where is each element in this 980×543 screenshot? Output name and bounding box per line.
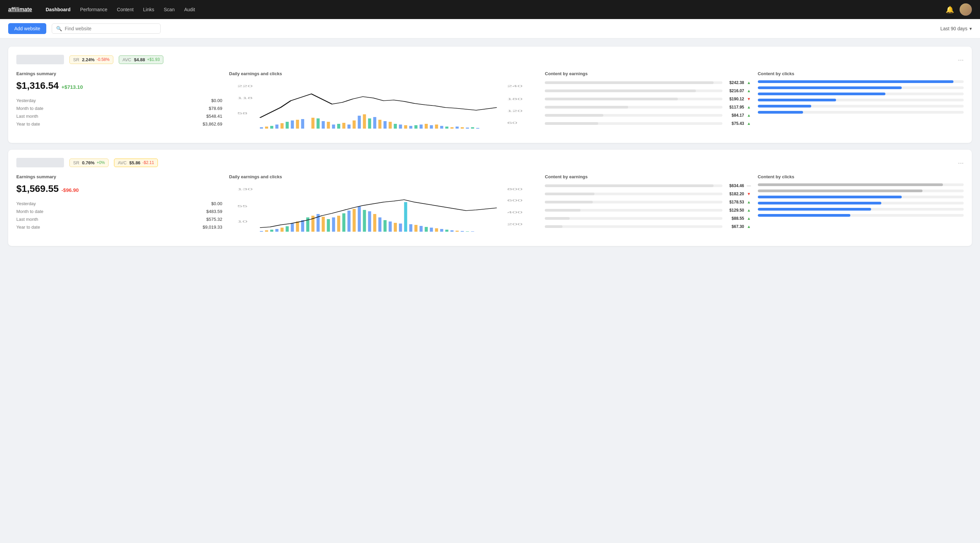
- svg-text:200: 200: [508, 222, 523, 226]
- svg-rect-46: [466, 128, 469, 129]
- card-1: SR 2.24% -0.58% AVC $4.88 +$1.93 ··· Ear…: [8, 47, 972, 143]
- svg-rect-79: [379, 218, 382, 232]
- nav-link-dashboard[interactable]: Dashboard: [46, 7, 70, 12]
- earnings-row: Year to date$9,019.33: [16, 225, 222, 230]
- svg-rect-62: [291, 224, 294, 232]
- chart-svg-2: 130 55 10 800 600 400 200: [229, 183, 538, 238]
- svg-rect-60: [281, 228, 284, 232]
- arrow-down-icon: ▼: [747, 97, 751, 102]
- svg-rect-37: [420, 124, 423, 129]
- date-filter[interactable]: Last 90 days ▾: [940, 26, 972, 31]
- svg-text:60: 60: [508, 121, 517, 124]
- svg-rect-82: [394, 223, 397, 232]
- svg-rect-90: [435, 228, 438, 232]
- svg-rect-95: [461, 231, 464, 232]
- content-click-row: [758, 214, 964, 217]
- svg-rect-96: [466, 231, 469, 232]
- svg-rect-68: [322, 217, 325, 232]
- content-click-row: [758, 105, 964, 108]
- earnings-row: Month to date$78.69: [16, 106, 222, 111]
- svg-rect-10: [275, 124, 279, 129]
- nav-link-audit[interactable]: Audit: [184, 7, 195, 12]
- content-click-row: [758, 183, 964, 186]
- arrow-up-icon: ▲: [747, 200, 751, 205]
- svg-rect-44: [456, 127, 459, 129]
- avatar[interactable]: [959, 3, 972, 16]
- nav-link-content[interactable]: Content: [117, 7, 134, 12]
- svg-rect-86: [414, 225, 417, 232]
- svg-rect-88: [425, 227, 428, 232]
- earnings-rows-2: Yesterday$0.00 Month to date$483.59 Last…: [16, 201, 222, 230]
- content-row: $75.43 ▲: [545, 121, 751, 126]
- earnings-row: Month to date$483.59: [16, 209, 222, 214]
- svg-rect-84: [404, 202, 407, 232]
- content-click-row: [758, 111, 964, 114]
- svg-rect-29: [379, 120, 382, 129]
- content-clicks-title-2: Content by clicks: [758, 174, 964, 179]
- svg-rect-63: [296, 221, 299, 232]
- svg-rect-77: [368, 211, 371, 232]
- content-row: $117.95 ▲: [545, 105, 751, 110]
- earnings-change-2: -$96.90: [62, 187, 79, 193]
- svg-rect-45: [461, 127, 464, 129]
- card-2-header: SR 0.76% +0% AVC $5.86 -$2.11 ···: [16, 158, 964, 167]
- chart-wrap-1: 220 118 58 240 180 120 60: [229, 80, 538, 135]
- svg-text:240: 240: [508, 84, 523, 88]
- card-2-body: Earnings summary $1,569.55 -$96.90 Yeste…: [16, 174, 964, 238]
- earnings-title-2: Earnings summary: [16, 174, 222, 179]
- nav-link-scan[interactable]: Scan: [164, 7, 175, 12]
- svg-rect-42: [445, 127, 449, 129]
- nav-logo: affilimate: [8, 6, 32, 13]
- svg-rect-89: [430, 228, 433, 232]
- avc-badge-1: AVC $4.88 +$1.93: [119, 56, 163, 64]
- search-icon: 🔍: [56, 26, 62, 31]
- content-earnings-title-2: Content by earnings: [545, 174, 751, 179]
- add-website-button[interactable]: Add website: [8, 23, 46, 34]
- content-click-row: [758, 86, 964, 89]
- search-input[interactable]: [65, 26, 156, 31]
- nav-link-performance[interactable]: Performance: [80, 7, 107, 12]
- earnings-main-1: $1,316.54: [16, 80, 59, 91]
- svg-text:10: 10: [237, 220, 248, 223]
- sr-badge-2: SR 0.76% +0%: [69, 159, 108, 167]
- content-clicks-rows-1: [758, 80, 964, 114]
- svg-rect-40: [435, 124, 438, 129]
- earnings-row: Yesterday$0.00: [16, 201, 222, 206]
- bell-icon[interactable]: 🔔: [946, 5, 954, 14]
- svg-rect-57: [265, 230, 268, 232]
- svg-rect-28: [373, 117, 376, 129]
- earnings-title-1: Earnings summary: [16, 71, 222, 76]
- content-click-row: [758, 80, 964, 83]
- svg-rect-92: [445, 230, 449, 232]
- svg-rect-94: [456, 231, 459, 232]
- avc-value-1: $4.88: [134, 57, 145, 62]
- content-row: $67.30 ▲: [545, 224, 751, 229]
- card-2-more[interactable]: ···: [958, 159, 964, 167]
- earnings-summary-1: Earnings summary $1,316.54 +$713.10 Yest…: [16, 71, 222, 135]
- earnings-row: Last month$575.32: [16, 217, 222, 222]
- avc-change-1: +$1.93: [147, 57, 159, 62]
- svg-rect-70: [332, 218, 335, 232]
- svg-rect-36: [414, 125, 417, 129]
- svg-rect-31: [388, 122, 392, 129]
- svg-rect-11: [281, 123, 284, 129]
- chart-section-2: Daily earnings and clicks 130 55 10 800 …: [229, 174, 538, 238]
- svg-rect-25: [358, 116, 361, 129]
- avc-value-2: $5.86: [129, 160, 140, 165]
- chart-section-1: Daily earnings and clicks 220 118 58 240…: [229, 71, 538, 135]
- chart-title-2: Daily earnings and clicks: [229, 174, 538, 179]
- earnings-change-1: +$713.10: [62, 84, 83, 90]
- content-row: $634.46 —: [545, 183, 751, 188]
- avc-change-2: -$2.11: [143, 160, 154, 165]
- content-earnings-title-1: Content by earnings: [545, 71, 751, 76]
- nav-link-links[interactable]: Links: [143, 7, 154, 12]
- arrow-up-icon: ▲: [747, 105, 751, 110]
- svg-rect-64: [301, 220, 304, 232]
- content-click-row: [758, 195, 964, 198]
- content-clicks-2: Content by clicks: [758, 174, 964, 238]
- card-1-more[interactable]: ···: [958, 56, 964, 64]
- svg-text:400: 400: [508, 211, 523, 214]
- svg-text:800: 800: [508, 187, 523, 191]
- content-row: $182.20 ▼: [545, 192, 751, 196]
- svg-text:600: 600: [508, 199, 523, 202]
